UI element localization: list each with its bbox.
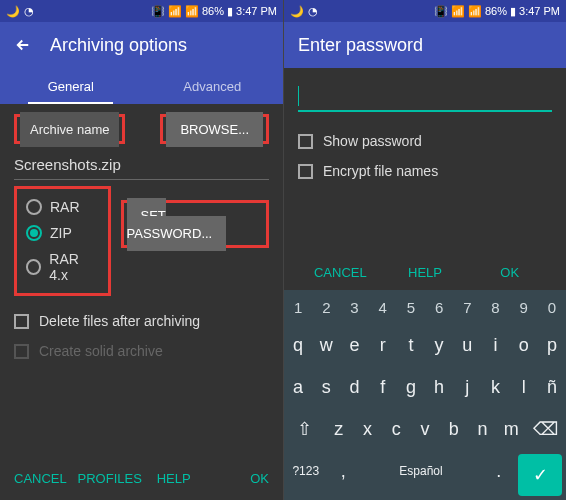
key-o[interactable]: o <box>510 324 538 366</box>
key-9[interactable]: 9 <box>510 290 538 324</box>
key-0[interactable]: 0 <box>538 290 566 324</box>
key-space[interactable]: Español <box>359 450 484 492</box>
key-j[interactable]: j <box>453 366 481 408</box>
battery-text: 86% <box>485 5 507 17</box>
app-icon: ◔ <box>24 5 34 18</box>
footer-actions: CANCEL PROFILES HELP OK <box>0 457 283 500</box>
screen-archiving-options: 🌙 ◔ 📳 📶 📶 86% ▮ 3:47 PM Archiving option… <box>0 0 283 500</box>
app-icon: ◔ <box>308 5 318 18</box>
key-y[interactable]: y <box>425 324 453 366</box>
moon-icon: 🌙 <box>6 5 20 18</box>
key-h[interactable]: h <box>425 366 453 408</box>
highlight-box: BROWSE... <box>160 114 269 144</box>
tab-advanced[interactable]: Advanced <box>142 68 284 104</box>
app-bar: Enter password <box>284 22 566 68</box>
key-t[interactable]: t <box>397 324 425 366</box>
key-k[interactable]: k <box>481 366 509 408</box>
key-i[interactable]: i <box>481 324 509 366</box>
highlight-box: SET PASSWORD... <box>121 200 270 248</box>
content-area: Show password Encrypt file names CANCEL … <box>284 68 566 290</box>
key-l[interactable]: l <box>510 366 538 408</box>
help-button[interactable]: HELP <box>383 265 468 280</box>
key-s[interactable]: s <box>312 366 340 408</box>
app-bar: Archiving options <box>0 22 283 68</box>
clock: 3:47 PM <box>519 5 560 17</box>
keyboard: 1234567890 qwertyuiop asdfghjklñ ⇧zxcvbn… <box>284 290 566 500</box>
password-input[interactable] <box>298 84 552 112</box>
key-backspace[interactable]: ⌫ <box>526 408 566 450</box>
radio-zip[interactable]: ZIP <box>26 220 99 246</box>
key-p[interactable]: p <box>538 324 566 366</box>
archive-name-label: Archive name <box>20 112 119 147</box>
checkbox-solid-archive: Create solid archive <box>14 336 269 366</box>
key-8[interactable]: 8 <box>481 290 509 324</box>
key-enter[interactable]: ✓ <box>518 454 562 496</box>
key-shift[interactable]: ⇧ <box>284 408 324 450</box>
wifi-icon: 📶 <box>451 5 465 18</box>
key-4[interactable]: 4 <box>369 290 397 324</box>
cancel-button[interactable]: CANCEL <box>14 471 78 486</box>
cancel-button[interactable]: CANCEL <box>298 265 383 280</box>
checkbox-show-password[interactable]: Show password <box>298 126 552 156</box>
filename-input[interactable]: Screenshots.zip <box>14 156 269 180</box>
radio-rar[interactable]: RAR <box>26 194 99 220</box>
key-g[interactable]: g <box>397 366 425 408</box>
key-period[interactable]: . <box>483 450 514 492</box>
set-password-button[interactable]: SET PASSWORD... <box>127 198 227 251</box>
back-icon[interactable] <box>14 36 32 54</box>
tab-general[interactable]: General <box>0 68 142 104</box>
key-m[interactable]: m <box>497 408 526 450</box>
checkbox-encrypt-names[interactable]: Encrypt file names <box>298 156 552 186</box>
key-6[interactable]: 6 <box>425 290 453 324</box>
key-e[interactable]: e <box>340 324 368 366</box>
key-x[interactable]: x <box>353 408 382 450</box>
key-r[interactable]: r <box>369 324 397 366</box>
vibrate-icon: 📳 <box>151 5 165 18</box>
battery-icon: ▮ <box>510 5 516 18</box>
key-w[interactable]: w <box>312 324 340 366</box>
key-1[interactable]: 1 <box>284 290 312 324</box>
key-q[interactable]: q <box>284 324 312 366</box>
clock: 3:47 PM <box>236 5 277 17</box>
battery-text: 86% <box>202 5 224 17</box>
key-ñ[interactable]: ñ <box>538 366 566 408</box>
radio-rar4x[interactable]: RAR 4.x <box>26 246 99 288</box>
highlight-box: RAR ZIP RAR 4.x <box>14 186 111 296</box>
key-2[interactable]: 2 <box>312 290 340 324</box>
screen-enter-password: 🌙 ◔ 📳 📶 📶 86% ▮ 3:47 PM Enter password S… <box>283 0 566 500</box>
battery-icon: ▮ <box>227 5 233 18</box>
tabs: General Advanced <box>0 68 283 104</box>
ok-button[interactable]: OK <box>205 471 269 486</box>
signal-icon: 📶 <box>185 5 199 18</box>
help-button[interactable]: HELP <box>142 471 206 486</box>
wifi-icon: 📶 <box>168 5 182 18</box>
highlight-box: Archive name <box>14 114 125 144</box>
key-d[interactable]: d <box>340 366 368 408</box>
key-7[interactable]: 7 <box>453 290 481 324</box>
page-title: Archiving options <box>50 35 187 56</box>
ok-button[interactable]: OK <box>467 265 552 280</box>
key-u[interactable]: u <box>453 324 481 366</box>
key-5[interactable]: 5 <box>397 290 425 324</box>
profiles-button[interactable]: PROFILES <box>78 471 142 486</box>
key-comma[interactable]: , <box>328 450 359 492</box>
signal-icon: 📶 <box>468 5 482 18</box>
key-c[interactable]: c <box>382 408 411 450</box>
page-title: Enter password <box>298 35 423 56</box>
dialog-actions: CANCEL HELP OK <box>298 245 552 290</box>
browse-button[interactable]: BROWSE... <box>166 112 263 147</box>
status-bar: 🌙 ◔ 📳 📶 📶 86% ▮ 3:47 PM <box>284 0 566 22</box>
content-area: Archive name BROWSE... Screenshots.zip R… <box>0 104 283 500</box>
status-bar: 🌙 ◔ 📳 📶 📶 86% ▮ 3:47 PM <box>0 0 283 22</box>
key-n[interactable]: n <box>468 408 497 450</box>
key-b[interactable]: b <box>439 408 468 450</box>
key-a[interactable]: a <box>284 366 312 408</box>
checkbox-delete-after[interactable]: Delete files after archiving <box>14 306 269 336</box>
vibrate-icon: 📳 <box>434 5 448 18</box>
key-3[interactable]: 3 <box>340 290 368 324</box>
moon-icon: 🌙 <box>290 5 304 18</box>
key-v[interactable]: v <box>411 408 440 450</box>
key-z[interactable]: z <box>324 408 353 450</box>
key-symbols[interactable]: ?123 <box>284 450 328 492</box>
key-f[interactable]: f <box>369 366 397 408</box>
